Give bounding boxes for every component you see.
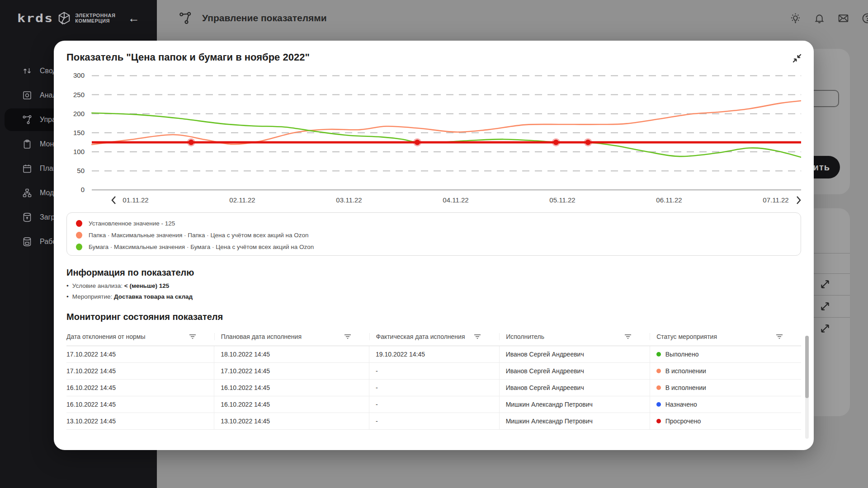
expand-icon[interactable] xyxy=(819,323,831,334)
svg-text:02.11.22: 02.11.22 xyxy=(229,196,255,204)
table-cell: 19.10.2022 14:45 xyxy=(369,346,500,363)
svg-text:250: 250 xyxy=(73,91,85,99)
chart-prev-icon[interactable] xyxy=(112,197,115,204)
column-header-label: Плановая дата исполнения xyxy=(221,333,302,340)
table-cell: 18.10.2022 14:45 xyxy=(214,346,369,363)
calendar-icon xyxy=(22,163,33,174)
mail-icon[interactable] xyxy=(838,12,849,24)
db-upload-icon xyxy=(22,212,33,223)
logo-cube-icon xyxy=(57,11,71,25)
indicator-line-chart: 05010015020025030001.11.2202.11.2203.11.… xyxy=(66,68,801,207)
table-cell: Мишкин Александр Петрович xyxy=(499,413,650,430)
table-cell: - xyxy=(369,380,500,396)
table-cell: - xyxy=(369,413,500,430)
column-header-label: Статус мероприятия xyxy=(656,333,717,340)
status-dot xyxy=(656,352,661,357)
status-label: Просрочено xyxy=(665,418,701,425)
table-row[interactable]: 16.10.2022 14:4516.10.2022 14:45-Мишкин … xyxy=(66,396,801,413)
legend-label: Папка · Максимальные значения · Папка · … xyxy=(89,232,309,239)
svg-text:06.11.22: 06.11.22 xyxy=(656,196,682,204)
column-header: Статус мероприятия xyxy=(650,328,801,346)
status-cell: Просрочено xyxy=(650,413,801,430)
table-scrollbar-thumb[interactable] xyxy=(805,336,809,398)
monitoring-heading: Мониторинг состояния показателя xyxy=(66,312,801,322)
logo-caption: ЭЛЕКТРОННАЯ КОММЕРЦИЯ xyxy=(75,13,115,23)
table-cell: 16.10.2022 14:45 xyxy=(214,396,369,413)
screen: авить СводнАналиУправМонитПлан рМоделЗаг… xyxy=(0,0,868,488)
svg-text:01.11.22: 01.11.22 xyxy=(123,196,148,204)
status-dot xyxy=(656,369,661,373)
svg-text:07.11.22: 07.11.22 xyxy=(763,196,788,204)
svg-text:04.11.22: 04.11.22 xyxy=(443,196,468,204)
column-header: Фактическая дата исполнения xyxy=(369,328,500,346)
legend-label: Установленное значение - 125 xyxy=(89,220,175,227)
filter-icon[interactable] xyxy=(344,333,351,340)
table-cell: 13.10.2022 14:45 xyxy=(66,413,214,430)
column-header-label: Исполнитель xyxy=(506,333,544,340)
idea-bulb-icon[interactable] xyxy=(790,12,801,24)
table-row[interactable]: 17.10.2022 14:4517.10.2022 14:45-Иванов … xyxy=(66,363,801,380)
legend-item: Установленное значение - 125 xyxy=(76,217,792,229)
page-title: Управление показателями xyxy=(202,13,327,23)
table-cell: 16.10.2022 14:45 xyxy=(66,380,214,396)
summary-icon xyxy=(22,66,33,76)
collapse-icon[interactable] xyxy=(791,52,803,64)
table-row[interactable]: 16.10.2022 14:4516.10.2022 14:45-Иванов … xyxy=(66,380,801,396)
status-dot xyxy=(656,385,661,390)
indicator-modal: Показатель "Цена папок и бумаги в ноябре… xyxy=(54,41,814,450)
table-row[interactable]: 17.10.2022 14:4518.10.2022 14:4519.10.20… xyxy=(66,346,801,363)
table-cell: 17.10.2022 14:45 xyxy=(214,363,369,380)
status-dot xyxy=(656,402,661,407)
logo-wordmark: krds xyxy=(17,12,53,25)
svg-text:50: 50 xyxy=(77,167,85,174)
table-cell: 16.10.2022 14:45 xyxy=(214,380,369,396)
legend-color-dot xyxy=(76,232,82,239)
status-label: В исполнении xyxy=(665,384,706,391)
modal-title: Показатель "Цена папок и бумаги в ноябре… xyxy=(66,52,310,63)
chart-legend: Установленное значение - 125Папка · Макс… xyxy=(66,212,801,256)
svg-text:300: 300 xyxy=(73,71,85,79)
table-cell: Иванов Сергей Андреевич xyxy=(499,363,650,380)
table-scrollbar xyxy=(805,336,809,439)
table-row[interactable]: 13.10.2022 14:4513.10.2022 14:45-Мишкин … xyxy=(66,413,801,430)
svg-text:05.11.22: 05.11.22 xyxy=(549,196,575,204)
topbar-actions: Стефания О. xyxy=(790,0,868,36)
expand-icon[interactable] xyxy=(819,278,831,290)
divider xyxy=(812,273,850,274)
status-cell: Назначено xyxy=(650,396,801,413)
column-header: Исполнитель xyxy=(499,328,650,346)
modal-header: Показатель "Цена папок и бумаги в ноябре… xyxy=(66,52,801,68)
table-cell: - xyxy=(369,396,500,413)
info-heading: Информация по показателю xyxy=(66,267,801,278)
filter-icon[interactable] xyxy=(624,333,632,340)
back-arrow-icon[interactable]: ← xyxy=(127,11,141,25)
info-bullet: Мероприятие: Доставка товара на склад xyxy=(66,293,801,300)
topbar: krds ЭЛЕКТРОННАЯ КОММЕРЦИЯ ← Управление … xyxy=(0,0,868,36)
column-header: Дата отклонения от нормы xyxy=(66,328,214,346)
notifications-bell-icon[interactable] xyxy=(814,12,825,24)
chart-next-icon[interactable] xyxy=(797,197,800,204)
svg-text:150: 150 xyxy=(73,129,85,136)
filter-icon[interactable] xyxy=(474,333,481,340)
table-cell: Мишкин Александр Петрович xyxy=(499,396,650,413)
svg-text:0: 0 xyxy=(81,186,85,193)
info-bullet: Условие анализа: < (меньше) 125 xyxy=(66,282,801,289)
table-cell: Иванов Сергей Андреевич xyxy=(499,380,650,396)
table-cell: 16.10.2022 14:45 xyxy=(66,396,214,413)
expand-icon[interactable] xyxy=(819,300,831,312)
db-sql-icon xyxy=(22,236,33,247)
filter-icon[interactable] xyxy=(189,333,196,340)
share-nodes-icon xyxy=(179,11,192,25)
legend-item: Папка · Максимальные значения · Папка · … xyxy=(76,229,792,241)
legend-label: Бумага · Максимальные значения · Бумага … xyxy=(89,244,314,250)
divider xyxy=(809,253,850,253)
status-label: В исполнении xyxy=(665,367,706,375)
status-cell: В исполнении xyxy=(650,363,801,380)
svg-text:100: 100 xyxy=(73,148,85,155)
sitemap-icon xyxy=(22,188,33,198)
legend-item: Бумага · Максимальные значения · Бумага … xyxy=(76,241,792,253)
help-icon[interactable] xyxy=(862,12,868,24)
legend-color-dot xyxy=(76,244,82,250)
table-cell: 17.10.2022 14:45 xyxy=(66,346,214,363)
filter-icon[interactable] xyxy=(776,333,783,340)
